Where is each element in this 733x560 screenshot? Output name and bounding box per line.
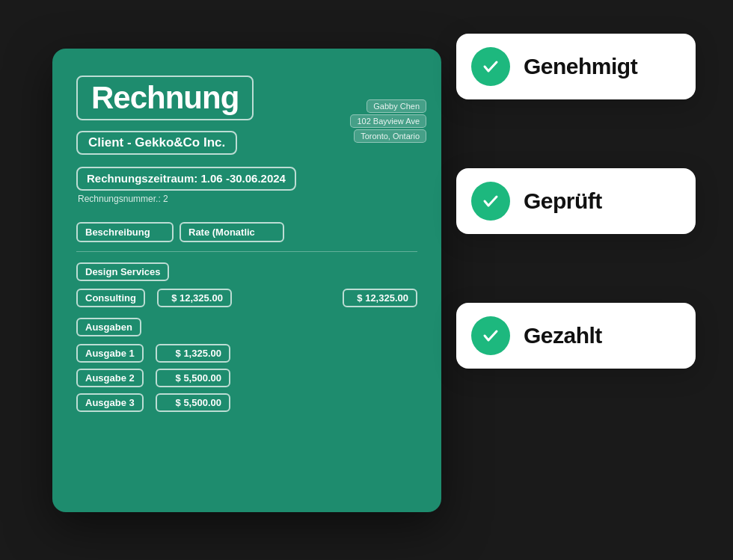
col-header-rate: Rate (Monatlic: [180, 222, 284, 242]
invoice-title: Rechnung: [91, 80, 239, 115]
check-circle-genehmigt: [471, 47, 510, 86]
row-ausgabe3-label: Ausgabe 3: [76, 393, 144, 412]
status-label-genehmigt: Genehmigt: [524, 54, 637, 79]
check-circle-gezahlt: [471, 316, 510, 355]
table-row: Ausgabe 2 $ 5,500.00: [76, 369, 417, 387]
table-row: Ausgabe 3 $ 5,500.00: [76, 393, 417, 412]
period-label: Rechnungszeitraum: 1.06 -30.06.2024: [87, 172, 286, 185]
address-line1: Gabby Chen: [366, 99, 426, 113]
section-design-services: Design Services: [76, 262, 169, 281]
period-box: Rechnungszeitraum: 1.06 -30.06.2024: [76, 167, 296, 191]
invoice-number: Rechnungsnummer.: 2: [76, 194, 417, 204]
row-ausgabe2-label: Ausgabe 2: [76, 369, 144, 387]
table-row: Ausgabe 1 $ 1,325.00: [76, 344, 417, 363]
status-label-gepruft: Geprüft: [524, 188, 602, 214]
invoice-card: Rechnung Client - Gekko&Co Inc. Rechnung…: [52, 49, 441, 512]
row-ausgabe1-rate: $ 1,325.00: [156, 344, 230, 363]
check-icon-genehmigt: [481, 57, 500, 76]
client-box: Client - Gekko&Co Inc.: [76, 131, 237, 155]
client-name: Client - Gekko&Co Inc.: [88, 135, 225, 150]
address-line2: 102 Bayview Ave: [350, 114, 426, 128]
row-consulting-rate: $ 12,325.00: [157, 289, 232, 307]
status-badge-gepruft: Geprüft: [456, 168, 696, 234]
row-ausgabe1-label: Ausgabe 1: [76, 344, 144, 363]
check-icon-gezahlt: [481, 326, 500, 345]
row-ausgabe2-rate: $ 5,500.00: [156, 369, 230, 387]
table-header: Beschreibung Rate (Monatlic: [76, 222, 417, 242]
section-ausgaben: Ausgaben: [76, 318, 141, 336]
scene: Rechnung Client - Gekko&Co Inc. Rechnung…: [30, 19, 703, 542]
check-icon-gepruft: [481, 191, 500, 211]
invoice-address: Gabby Chen 102 Bayview Ave Toronto, Onta…: [350, 99, 426, 143]
ausgaben-section: Ausgaben Ausgabe 1 $ 1,325.00 Ausgabe 2 …: [76, 318, 417, 412]
row-consulting-label: Consulting: [76, 289, 145, 307]
row-consulting-total: $ 12,325.00: [343, 289, 417, 307]
status-badge-genehmigt: Genehmigt: [456, 34, 696, 99]
table-divider: [76, 251, 417, 252]
col-header-description: Beschreibung: [76, 222, 174, 242]
status-badge-gezahlt: Gezahlt: [456, 303, 696, 369]
invoice-title-box: Rechnung: [76, 76, 254, 120]
table-row: Consulting $ 12,325.00 $ 12,325.00: [76, 289, 417, 307]
check-circle-gepruft: [471, 182, 510, 221]
address-line3: Toronto, Ontario: [354, 129, 426, 143]
row-ausgabe3-rate: $ 5,500.00: [156, 393, 230, 412]
status-label-gezahlt: Gezahlt: [524, 323, 602, 348]
